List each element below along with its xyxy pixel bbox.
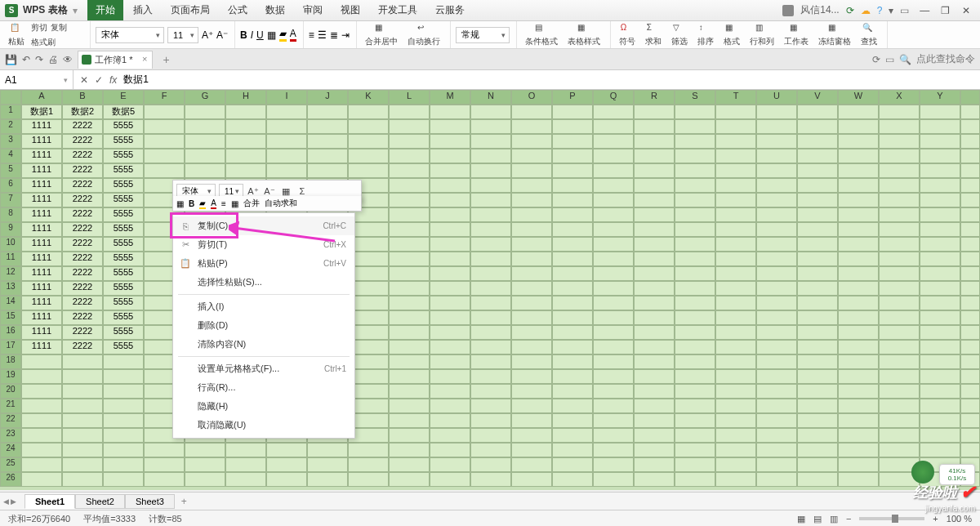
cell-A20[interactable] <box>21 384 62 399</box>
user-name[interactable]: 风信14... <box>800 3 839 17</box>
cell-S6[interactable] <box>675 178 715 193</box>
cell-Y2[interactable] <box>920 119 960 134</box>
mini-autosum-label[interactable]: 自动求和 <box>265 198 297 209</box>
cell-B20[interactable] <box>62 384 103 399</box>
cell-W24[interactable] <box>838 443 879 457</box>
cell-L25[interactable] <box>389 457 430 472</box>
cell-S25[interactable] <box>675 457 715 472</box>
cell-U5[interactable] <box>756 163 797 178</box>
sheet-nav[interactable]: ◀▶ <box>3 497 16 506</box>
cell-U20[interactable] <box>756 384 797 399</box>
cell-V17[interactable] <box>797 340 838 354</box>
preview-button[interactable]: 👁 <box>63 54 73 65</box>
cell-E19[interactable] <box>103 369 144 384</box>
cell-N16[interactable] <box>470 325 511 340</box>
cell-H4[interactable] <box>225 149 266 163</box>
cell-M9[interactable] <box>430 222 470 237</box>
cell-N4[interactable] <box>470 149 511 163</box>
cell-V13[interactable] <box>797 281 838 296</box>
cell-O14[interactable] <box>511 296 552 310</box>
font-color-button[interactable]: A <box>290 28 296 42</box>
sum-button[interactable]: Σ求和 <box>642 23 665 47</box>
cell-Q22[interactable] <box>593 413 634 428</box>
cell-Y18[interactable] <box>920 354 960 369</box>
main-tab-视图[interactable]: 视图 <box>332 0 368 20</box>
cell-O21[interactable] <box>511 399 552 413</box>
cell-V3[interactable] <box>797 134 838 149</box>
cell-S20[interactable] <box>675 384 715 399</box>
cell-L11[interactable] <box>389 252 430 266</box>
cell-X23[interactable] <box>879 428 920 443</box>
cancel-formula-button[interactable]: ✕ <box>80 74 88 86</box>
cell-S5[interactable] <box>675 163 715 178</box>
view-break-button[interactable]: ▥ <box>830 514 838 524</box>
cell-A10[interactable]: 1111 <box>21 237 62 252</box>
cell-T26[interactable] <box>715 472 756 487</box>
cell-W21[interactable] <box>838 399 879 413</box>
cell-V23[interactable] <box>797 428 838 443</box>
cell-A7[interactable]: 1111 <box>21 193 62 207</box>
row-header-7[interactable]: 7 <box>0 193 21 207</box>
cell-T7[interactable] <box>715 193 756 207</box>
cell-W7[interactable] <box>838 193 879 207</box>
font-size-select[interactable]: 11 <box>167 27 198 43</box>
cell-O16[interactable] <box>511 325 552 340</box>
cell-A22[interactable] <box>21 413 62 428</box>
cell-N17[interactable] <box>470 340 511 354</box>
cell-T9[interactable] <box>715 222 756 237</box>
col-header-H[interactable]: H <box>225 90 266 105</box>
cell-E21[interactable] <box>103 399 144 413</box>
cell-F26[interactable] <box>144 472 185 487</box>
col-header-E[interactable]: E <box>103 90 144 105</box>
cell-N11[interactable] <box>470 252 511 266</box>
cell-S15[interactable] <box>675 310 715 325</box>
cell-Y23[interactable] <box>920 428 960 443</box>
cell-B17[interactable]: 2222 <box>62 340 103 354</box>
cell-O11[interactable] <box>511 252 552 266</box>
cell-U23[interactable] <box>756 428 797 443</box>
cell-V16[interactable] <box>797 325 838 340</box>
cell-R10[interactable] <box>634 237 675 252</box>
cell-R12[interactable] <box>634 266 675 281</box>
col-header-B[interactable]: B <box>62 90 103 105</box>
cell-E16[interactable]: 5555 <box>103 325 144 340</box>
cell-X22[interactable] <box>879 413 920 428</box>
cell-H3[interactable] <box>225 134 266 149</box>
cell-U2[interactable] <box>756 119 797 134</box>
cell-N12[interactable] <box>470 266 511 281</box>
cell-N6[interactable] <box>470 178 511 193</box>
cond-format-button[interactable]: ▤条件格式 <box>522 23 561 47</box>
cell-U8[interactable] <box>756 207 797 222</box>
cell-A5[interactable]: 1111 <box>21 163 62 178</box>
cell-W11[interactable] <box>838 252 879 266</box>
ctx-插入(I)[interactable]: 插入(I) <box>173 297 354 316</box>
mini-fill-button[interactable]: ▰ <box>199 198 206 209</box>
cell-A19[interactable] <box>21 369 62 384</box>
cell-E18[interactable] <box>103 354 144 369</box>
cell-Q20[interactable] <box>593 384 634 399</box>
cell-L24[interactable] <box>389 443 430 457</box>
cell-O24[interactable] <box>511 443 552 457</box>
cell-K1[interactable] <box>348 105 389 119</box>
row-header-20[interactable]: 20 <box>0 384 21 399</box>
cell-R17[interactable] <box>634 340 675 354</box>
cell-B18[interactable] <box>62 354 103 369</box>
cell-R19[interactable] <box>634 369 675 384</box>
cell-N22[interactable] <box>470 413 511 428</box>
cell-A24[interactable] <box>21 443 62 457</box>
cell-B19[interactable] <box>62 369 103 384</box>
cell-N3[interactable] <box>470 134 511 149</box>
cell-Q13[interactable] <box>593 281 634 296</box>
cell-E11[interactable]: 5555 <box>103 252 144 266</box>
cell-U14[interactable] <box>756 296 797 310</box>
row-header-4[interactable]: 4 <box>0 149 21 163</box>
mini-format-button[interactable]: ▦ <box>231 199 238 208</box>
cell-O23[interactable] <box>511 428 552 443</box>
cell-S13[interactable] <box>675 281 715 296</box>
cell-B9[interactable]: 2222 <box>62 222 103 237</box>
cell-Y16[interactable] <box>920 325 960 340</box>
col-header-K[interactable]: K <box>348 90 389 105</box>
row-header-3[interactable]: 3 <box>0 134 21 149</box>
cell-L10[interactable] <box>389 237 430 252</box>
cell-N21[interactable] <box>470 399 511 413</box>
